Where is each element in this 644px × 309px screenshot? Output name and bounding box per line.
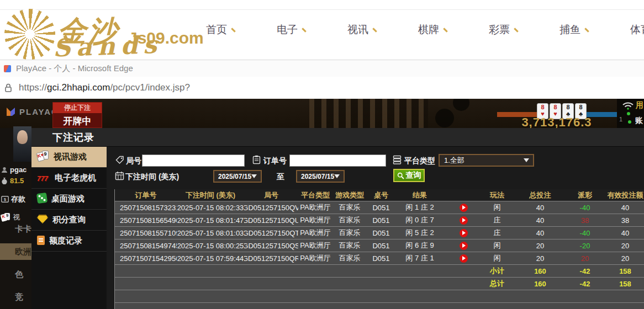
date-to-select[interactable]: 2025/07/15 — [296, 170, 345, 183]
tab-label: 积分查询 — [52, 215, 86, 225]
modal-title-bar: 下注记录 — [31, 128, 644, 147]
bet-records-table: 订单号下注时间 (美东)局号平台类型游戏类型桌号结果玩法总投注派彩有效投注额25… — [114, 189, 644, 309]
wifi-icon — [622, 102, 634, 110]
deposit-row[interactable]: $ 存款 — [1, 194, 25, 204]
round-input[interactable] — [142, 154, 245, 167]
cell: D051 — [367, 239, 395, 252]
cell: 百家乐 — [332, 201, 367, 214]
search-icon — [397, 172, 404, 179]
cell-payout: -40 — [569, 201, 601, 214]
tab-视讯游戏[interactable]: 9K♥视讯游戏 — [31, 147, 107, 168]
summary-label: 小计 — [483, 265, 511, 277]
date-to-value: 2025/07/15 — [301, 173, 334, 180]
order-input[interactable] — [289, 154, 386, 167]
chevron-down-icon — [584, 25, 592, 33]
cell: D051 — [367, 227, 395, 239]
cell: GD051257150QR — [244, 252, 298, 264]
date-from-select[interactable]: 2025/07/15 — [213, 170, 262, 183]
dropdown-arrow-icon — [251, 174, 257, 178]
dealing-label: 开牌中 — [53, 113, 102, 128]
cell-valid: 38 — [601, 214, 644, 226]
nav-item-体育[interactable]: 体育 — [610, 0, 644, 60]
nav-item-电子[interactable]: 电子 — [256, 0, 327, 60]
cell: 2025-07-15 08:00:25 — [177, 239, 244, 252]
bet-time-label: 下注时间 (美东) — [125, 172, 179, 182]
table-header-row: 订单号下注时间 (美东)局号平台类型游戏类型桌号结果玩法总投注派彩有效投注额 — [115, 189, 644, 201]
search-button-label: 查询 — [406, 171, 421, 180]
lobby-menu-item[interactable]: 色 — [0, 266, 31, 283]
column-header: 订单号 — [115, 189, 177, 201]
cell-play: 闲 — [483, 201, 511, 214]
summary-bet: 160 — [511, 278, 569, 290]
nav-item-label: 电子 — [277, 23, 298, 37]
nav-item-label: 首页 — [206, 23, 227, 37]
table-row: 2507150815732312025-07-15 08:02:33GD0512… — [115, 201, 644, 214]
background-stripes — [309, 99, 428, 128]
date-from-value: 2025/07/15 — [218, 173, 251, 180]
cell-payout: -40 — [569, 227, 601, 239]
nav-item-捕鱼[interactable]: 捕鱼 — [539, 0, 610, 60]
cell: 250715081573231 — [115, 201, 177, 214]
url-bar[interactable]: https://gci.2hhapi.com/pc/pcv1/index.jsp… — [0, 77, 644, 99]
modal-title: 下注记录 — [52, 131, 94, 144]
logo-script: Sands — [52, 30, 162, 62]
tab-电子老虎机[interactable]: 777电子老虎机 — [31, 168, 107, 189]
nav-item-视讯[interactable]: 视讯 — [327, 0, 398, 60]
lobby-menu-item[interactable]: 卡卡 — [0, 221, 31, 237]
cell-bet: 20 — [511, 239, 569, 252]
summary-payout: -42 — [569, 278, 601, 290]
cell: 百家乐 — [332, 227, 367, 239]
cell: GD051257150QT — [244, 227, 298, 239]
nav-item-首页[interactable]: 首页 — [186, 0, 256, 60]
platform-icon — [393, 155, 402, 164]
cell — [395, 278, 444, 290]
cell: 2025-07-15 08:02:33 — [177, 201, 244, 214]
playace-favicon-icon — [4, 65, 11, 72]
cell-play: 闲 — [483, 252, 511, 264]
column-header: 结果 — [395, 189, 444, 201]
column-header: 游戏类型 — [332, 189, 367, 201]
avatar — [13, 126, 31, 162]
cell: 250715081549745 — [115, 239, 177, 252]
cell: 2025-07-15 07:59:44 — [177, 252, 244, 264]
replay-button[interactable] — [460, 204, 468, 212]
panel-number: 1 — [619, 116, 622, 122]
replay-button[interactable] — [460, 216, 468, 225]
tab-积分查询[interactable]: 积分查询 — [31, 210, 107, 231]
nav-item-label: 彩票 — [489, 23, 510, 37]
url-text[interactable]: https://gci.2hhapi.com/pc/pcv1/index.jsp… — [19, 82, 190, 93]
cell — [298, 265, 332, 277]
cell — [367, 278, 395, 290]
gem-icon — [37, 215, 48, 225]
table-row: 2507150815571092025-07-15 08:01:03GD0512… — [115, 226, 644, 239]
cell-payout: -20 — [569, 239, 601, 252]
cell: 闲 6 庄 9 — [395, 239, 444, 252]
lobby-menu-item[interactable]: 欧洲 — [0, 243, 31, 260]
dice-icon — [37, 193, 47, 205]
replay-button[interactable] — [460, 242, 468, 250]
replay-button[interactable] — [460, 254, 468, 263]
tab-label: 电子老虎机 — [55, 173, 96, 183]
search-button[interactable]: 查询 — [393, 169, 425, 182]
cell: 百家乐 — [332, 252, 367, 264]
cell-bet: 40 — [511, 201, 569, 214]
order-label: 订单号 — [263, 156, 287, 166]
summary-label: 总计 — [483, 278, 511, 290]
cell — [332, 265, 367, 277]
lobby-menu-item[interactable]: 竞 — [0, 289, 31, 305]
cell: D051 — [367, 252, 395, 264]
tab-额度记录[interactable]: 额度记录 — [31, 231, 107, 252]
nav-item-棋牌[interactable]: 棋牌 — [398, 0, 468, 60]
nav-item-彩票[interactable]: 彩票 — [468, 0, 539, 60]
tab-桌面游戏[interactable]: 桌面游戏 — [31, 189, 107, 210]
cell-valid: 40 — [601, 201, 644, 214]
game-top-strip: PLAYACE 停止下注 开牌中 8♥8♥8♣8♣ 3,713,176.3 用 … — [0, 99, 644, 128]
cell: D051 — [367, 201, 395, 214]
platform-selected-value: 1.全部 — [444, 156, 464, 166]
platform-select[interactable]: 1.全部 — [439, 154, 534, 167]
replay-button[interactable] — [460, 229, 468, 237]
summary-bet: 160 — [511, 265, 569, 277]
chevron-down-icon — [372, 25, 379, 33]
panel-char-mid: 账 — [635, 116, 643, 126]
deposit-label: 存款 — [11, 194, 25, 204]
